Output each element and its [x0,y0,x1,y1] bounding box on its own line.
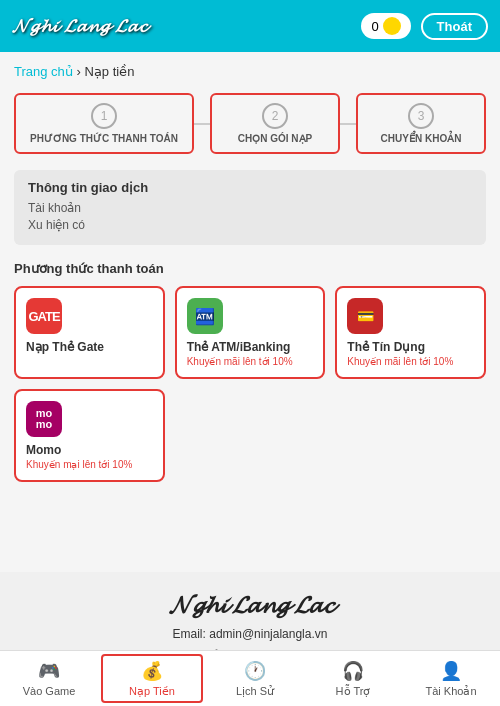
naptien-icon: 💰 [141,660,163,682]
game-icon: 🎮 [38,660,60,682]
nav-taikhoan-label: Tài Khoản [425,685,476,698]
credit-promo: Khuyến mãi lên tới 10% [347,356,453,367]
payment-atm[interactable]: 🏧 Thẻ ATM/iBanking Khuyến mãi lên tới 10… [175,286,326,379]
step-2-label: CHỌN GÓI NẠP [226,133,324,144]
breadcrumb-current: Nạp tiền [84,64,134,79]
main-content: Trang chủ › Nạp tiền 1 PHƯƠNG THỨC THANH… [0,52,500,562]
step-2-circle: 2 [262,103,288,129]
payment-title: Phương thức thanh toán [14,261,486,276]
nav-hotro[interactable]: 🎧 Hỗ Trợ [304,651,402,706]
gate-icon: GATE [26,298,62,334]
payment-section: Phương thức thanh toán GATE Nạp Thẻ Gate… [14,261,486,482]
breadcrumb-separator: › [76,64,80,79]
nav-naptien[interactable]: 💰 Nạp Tiền [101,654,203,703]
momo-promo: Khuyến mại lên tới 10% [26,459,132,470]
transaction-info: Thông tin giao dịch Tài khoản Xu hiện có [14,170,486,245]
logo: 𝓝𝓰𝓱𝓲 𝓛𝓪𝓷𝓰 𝓛𝓪𝓬 [12,16,147,37]
steps-container: 1 PHƯƠNG THỨC THANH TOÁN 2 CHỌN GÓI NẠP … [14,93,486,154]
transaction-title: Thông tin giao dịch [28,180,472,195]
step-1-circle: 1 [91,103,117,129]
coin-icon [383,17,401,35]
credit-icon: 💳 [347,298,383,334]
momo-name: Momo [26,443,61,457]
nav-game-label: Vào Game [23,685,76,697]
breadcrumb: Trang chủ › Nạp tiền [14,64,486,79]
atm-name: Thẻ ATM/iBanking [187,340,291,354]
header: 𝓝𝓰𝓱𝓲 𝓛𝓪𝓷𝓰 𝓛𝓪𝓬 0 Thoát [0,0,500,52]
step-connector-2 [340,123,356,125]
logout-button[interactable]: Thoát [421,13,488,40]
taikhoan-icon: 👤 [440,660,462,682]
gate-name: Nạp Thẻ Gate [26,340,104,354]
atm-icon: 🏧 [187,298,223,334]
coin-value: 0 [371,19,378,34]
bottom-nav: 🎮 Vào Game 💰 Nạp Tiền 🕐 Lịch Sử 🎧 Hỗ Trợ… [0,650,500,706]
step-3-circle: 3 [408,103,434,129]
coin-badge: 0 [361,13,410,39]
credit-name: Thẻ Tín Dụng [347,340,425,354]
hotro-icon: 🎧 [342,660,364,682]
breadcrumb-home[interactable]: Trang chủ [14,64,73,79]
nav-game[interactable]: 🎮 Vào Game [0,651,98,706]
step-2[interactable]: 2 CHỌN GÓI NẠP [210,93,340,154]
nav-lichsu-label: Lịch Sử [236,685,274,698]
logo-text: 𝓝𝓰𝓱𝓲 𝓛𝓪𝓷𝓰 𝓛𝓪𝓬 [12,16,147,37]
account-label: Tài khoản [28,201,472,215]
header-right: 0 Thoát [361,13,488,40]
lichsu-icon: 🕐 [244,660,266,682]
payment-momo[interactable]: momo Momo Khuyến mại lên tới 10% [14,389,165,482]
nav-naptien-label: Nạp Tiền [129,685,175,698]
balance-label: Xu hiện có [28,218,472,232]
step-1-label: PHƯƠNG THỨC THANH TOÁN [30,133,178,144]
footer-email-label: Email: [173,627,206,641]
payment-gate[interactable]: GATE Nạp Thẻ Gate [14,286,165,379]
step-1[interactable]: 1 PHƯƠNG THỨC THANH TOÁN [14,93,194,154]
nav-hotro-label: Hỗ Trợ [336,685,371,698]
atm-promo: Khuyến mãi lên tới 10% [187,356,293,367]
momo-icon: momo [26,401,62,437]
nav-lichsu[interactable]: 🕐 Lịch Sử [206,651,304,706]
nav-taikhoan[interactable]: 👤 Tài Khoản [402,651,500,706]
footer-logo: 𝓝𝓰𝓱𝓲 𝓛𝓪𝓷𝓰 𝓛𝓪𝓬 [14,592,486,619]
payment-grid: GATE Nạp Thẻ Gate 🏧 Thẻ ATM/iBanking Khu… [14,286,486,482]
step-connector-1 [194,123,210,125]
footer-email: Email: admin@ninjalangla.vn [14,627,486,641]
footer-email-value: admin@ninjalangla.vn [209,627,327,641]
step-3-label: CHUYỂN KHOẢN [372,133,470,144]
payment-credit[interactable]: 💳 Thẻ Tín Dụng Khuyến mãi lên tới 10% [335,286,486,379]
step-3[interactable]: 3 CHUYỂN KHOẢN [356,93,486,154]
